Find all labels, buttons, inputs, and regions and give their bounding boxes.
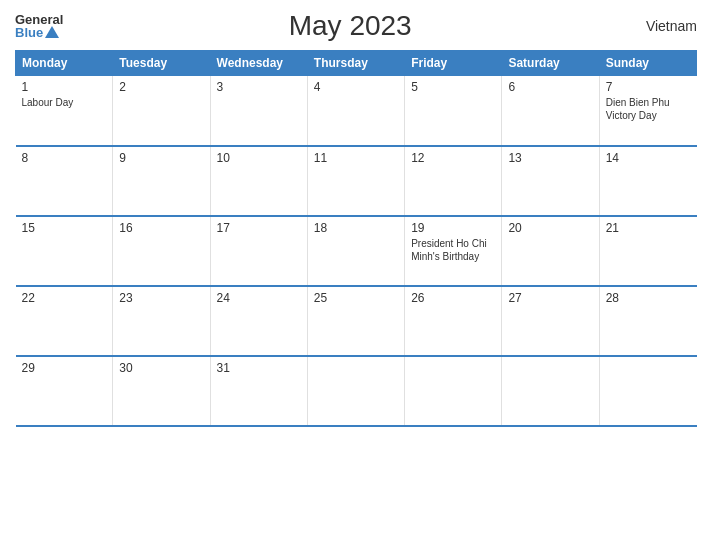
- table-row: 26: [405, 286, 502, 356]
- table-row: 5: [405, 76, 502, 146]
- logo-triangle-icon: [45, 26, 59, 38]
- col-monday: Monday: [16, 51, 113, 76]
- header: General Blue May 2023 Vietnam: [15, 10, 697, 42]
- table-row: 3: [210, 76, 307, 146]
- day-number: 11: [314, 151, 398, 165]
- table-row: [307, 356, 404, 426]
- logo-general-text: General: [15, 13, 63, 26]
- logo: General Blue: [15, 13, 63, 40]
- day-number: 7: [606, 80, 691, 94]
- month-title: May 2023: [63, 10, 637, 42]
- table-row: 17: [210, 216, 307, 286]
- holiday-label: President Ho Chi Minh's Birthday: [411, 238, 487, 262]
- table-row: 7Dien Bien Phu Victory Day: [599, 76, 696, 146]
- day-number: 21: [606, 221, 691, 235]
- table-row: 31: [210, 356, 307, 426]
- day-number: 8: [22, 151, 107, 165]
- day-number: 1: [22, 80, 107, 94]
- table-row: [502, 356, 599, 426]
- day-number: 18: [314, 221, 398, 235]
- day-number: 26: [411, 291, 495, 305]
- col-tuesday: Tuesday: [113, 51, 210, 76]
- table-row: 16: [113, 216, 210, 286]
- table-row: 25: [307, 286, 404, 356]
- table-row: 2: [113, 76, 210, 146]
- day-number: 13: [508, 151, 592, 165]
- table-row: 6: [502, 76, 599, 146]
- day-number: 25: [314, 291, 398, 305]
- day-number: 30: [119, 361, 203, 375]
- day-number: 20: [508, 221, 592, 235]
- day-number: 17: [217, 221, 301, 235]
- day-number: 28: [606, 291, 691, 305]
- day-number: 2: [119, 80, 203, 94]
- day-number: 12: [411, 151, 495, 165]
- table-row: 1Labour Day: [16, 76, 113, 146]
- calendar-week-row: 1Labour Day234567Dien Bien Phu Victory D…: [16, 76, 697, 146]
- day-number: 9: [119, 151, 203, 165]
- day-number: 16: [119, 221, 203, 235]
- holiday-label: Dien Bien Phu Victory Day: [606, 97, 670, 121]
- col-thursday: Thursday: [307, 51, 404, 76]
- table-row: 10: [210, 146, 307, 216]
- calendar-table: Monday Tuesday Wednesday Thursday Friday…: [15, 50, 697, 427]
- day-number: 3: [217, 80, 301, 94]
- day-number: 27: [508, 291, 592, 305]
- table-row: 20: [502, 216, 599, 286]
- country-label: Vietnam: [637, 18, 697, 34]
- day-number: 4: [314, 80, 398, 94]
- day-number: 31: [217, 361, 301, 375]
- day-number: 15: [22, 221, 107, 235]
- table-row: 23: [113, 286, 210, 356]
- day-number: 10: [217, 151, 301, 165]
- table-row: 14: [599, 146, 696, 216]
- table-row: 24: [210, 286, 307, 356]
- day-number: 22: [22, 291, 107, 305]
- table-row: 22: [16, 286, 113, 356]
- table-row: 21: [599, 216, 696, 286]
- day-number: 19: [411, 221, 495, 235]
- table-row: 18: [307, 216, 404, 286]
- table-row: 15: [16, 216, 113, 286]
- table-row: 30: [113, 356, 210, 426]
- table-row: 19President Ho Chi Minh's Birthday: [405, 216, 502, 286]
- table-row: [405, 356, 502, 426]
- table-row: 8: [16, 146, 113, 216]
- col-saturday: Saturday: [502, 51, 599, 76]
- holiday-label: Labour Day: [22, 97, 74, 108]
- table-row: 9: [113, 146, 210, 216]
- table-row: 11: [307, 146, 404, 216]
- calendar-week-row: 1516171819President Ho Chi Minh's Birthd…: [16, 216, 697, 286]
- table-row: 27: [502, 286, 599, 356]
- col-friday: Friday: [405, 51, 502, 76]
- calendar-header-row: Monday Tuesday Wednesday Thursday Friday…: [16, 51, 697, 76]
- table-row: [599, 356, 696, 426]
- calendar-week-row: 891011121314: [16, 146, 697, 216]
- calendar-week-row: 22232425262728: [16, 286, 697, 356]
- table-row: 12: [405, 146, 502, 216]
- day-number: 23: [119, 291, 203, 305]
- day-number: 29: [22, 361, 107, 375]
- col-wednesday: Wednesday: [210, 51, 307, 76]
- table-row: 4: [307, 76, 404, 146]
- table-row: 28: [599, 286, 696, 356]
- table-row: 13: [502, 146, 599, 216]
- day-number: 5: [411, 80, 495, 94]
- calendar-week-row: 293031: [16, 356, 697, 426]
- logo-blue-text: Blue: [15, 26, 43, 39]
- table-row: 29: [16, 356, 113, 426]
- day-number: 6: [508, 80, 592, 94]
- day-number: 14: [606, 151, 691, 165]
- col-sunday: Sunday: [599, 51, 696, 76]
- day-number: 24: [217, 291, 301, 305]
- calendar-page: General Blue May 2023 Vietnam Monday Tue…: [0, 0, 712, 550]
